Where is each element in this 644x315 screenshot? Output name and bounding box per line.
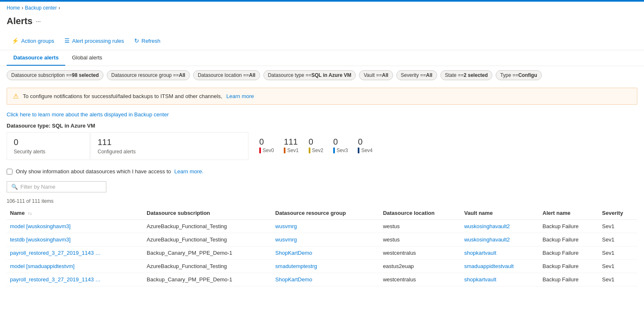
row-vault-link-2[interactable]: shopkartvault — [464, 250, 496, 256]
cell-vault-2: shopkartvault — [461, 246, 539, 260]
cell-location-3: eastus2euap — [380, 260, 461, 273]
filter-vault[interactable]: Vault == All — [359, 70, 393, 80]
row-vault-link-3[interactable]: smaduappidtestvault — [464, 263, 514, 269]
cell-resourcegroup-3: smadutemptestrg — [272, 260, 380, 273]
row-vault-link-0[interactable]: wuskosinghavault2 — [464, 223, 510, 229]
page-more-button[interactable]: ··· — [36, 18, 41, 25]
sev1-label: Sev1 — [284, 148, 298, 153]
sev0-dot — [259, 148, 261, 153]
alert-rules-icon: ☰ — [64, 37, 70, 44]
checkbox-row: Only show information about datasources … — [0, 165, 644, 178]
cell-severity-2: Sev1 — [599, 246, 637, 260]
refresh-label: Refresh — [142, 38, 161, 44]
cell-vault-1: wuskosinghavault2 — [461, 233, 539, 246]
filter-severity[interactable]: Severity == All — [396, 70, 437, 80]
row-name-link-0[interactable]: model [wuskosinghavm3] — [10, 223, 101, 229]
cell-location-2: westcentralus — [380, 246, 461, 260]
sev3-stat: 0 Sev3 — [333, 137, 348, 153]
filter-input-container: 🔍 — [7, 181, 106, 192]
sev4-label: Sev4 — [358, 148, 372, 153]
cell-subscription-0: AzureBackup_Functional_Testing — [143, 220, 272, 233]
col-resource-group: Datasource resource group — [272, 207, 380, 220]
cell-name-3: model [smaduappidtestvm] — [7, 260, 143, 273]
action-groups-label: Action groups — [21, 38, 54, 44]
row-rg-link-3[interactable]: smadutemptestrg — [275, 263, 317, 269]
access-checkbox[interactable] — [7, 169, 12, 175]
sev1-stat: 111 Sev1 — [284, 137, 298, 153]
sev4-stat: 0 Sev4 — [358, 137, 372, 153]
row-name-link-1[interactable]: testdb [wuskosinghavm3] — [10, 236, 101, 243]
refresh-button[interactable]: ↻ Refresh — [129, 35, 166, 47]
filter-by-name-input[interactable] — [20, 184, 102, 190]
action-groups-button[interactable]: ⚡ Action groups — [7, 35, 59, 47]
configured-alerts-stat[interactable]: 111 Configured alerts — [91, 132, 248, 160]
cell-subscription-2: Backup_Canary_PM_PPE_Demo-1 — [143, 246, 272, 260]
sev1-dot — [284, 148, 285, 153]
row-rg-link-4[interactable]: ShopKartDemo — [275, 276, 312, 283]
row-name-link-4[interactable]: payroll_restored_3_27_2019_1143 [s... — [10, 276, 101, 283]
tab-global-alerts[interactable]: Global alerts — [65, 50, 109, 66]
breadcrumb-home[interactable]: Home — [7, 5, 20, 11]
alerts-table: Name ↑↓ Datasource subscription Datasour… — [7, 207, 637, 286]
configured-alerts-number: 111 — [98, 138, 241, 147]
cell-location-4: westcentralus — [380, 273, 461, 286]
row-vault-link-4[interactable]: shopkartvault — [464, 276, 496, 283]
col-vault: Vault name — [461, 207, 539, 220]
checkbox-learn-more[interactable]: Learn more. — [175, 168, 204, 175]
notification-bar: ⚠ To configure notifications for success… — [7, 88, 637, 105]
breadcrumb-backup-center[interactable]: Backup center — [25, 5, 57, 11]
configured-alerts-label: Configured alerts — [98, 149, 241, 155]
filter-state[interactable]: State == 2 selected — [440, 70, 492, 80]
filter-alert-type[interactable]: Type == Configu — [496, 70, 542, 80]
cell-subscription-3: AzureBackup_Functional_Testing — [143, 260, 272, 273]
table-row: model [smaduappidtestvm] AzureBackup_Fun… — [7, 260, 637, 273]
tabs-container: Datasource alerts Global alerts — [0, 50, 644, 66]
breadcrumb-sep2: › — [59, 5, 60, 11]
filter-input-row: 🔍 — [0, 178, 644, 196]
name-sort-icon[interactable]: ↑↓ — [28, 211, 32, 216]
cell-alertname-0: Backup Failure — [539, 220, 599, 233]
cell-location-0: westus — [380, 220, 461, 233]
filter-resource-group[interactable]: Datasource resource group == All — [107, 70, 190, 80]
notification-learn-more[interactable]: Learn more — [226, 93, 254, 99]
filters-row: Datasource subscription == 98 selected D… — [0, 66, 644, 84]
table-header-row: Name ↑↓ Datasource subscription Datasour… — [7, 207, 637, 220]
col-location: Datasource location — [380, 207, 461, 220]
table-row: payroll_restored_3_27_2019_1143 [s... Ba… — [7, 273, 637, 286]
tab-datasource-alerts[interactable]: Datasource alerts — [7, 50, 65, 66]
sev2-dot — [309, 148, 310, 153]
cell-vault-0: wuskosinghavault2 — [461, 220, 539, 233]
alert-processing-rules-button[interactable]: ☰ Alert processing rules — [59, 35, 129, 47]
cell-subscription-4: Backup_Canary_PM_PPE_Demo-1 — [143, 273, 272, 286]
sev1-number: 111 — [284, 137, 297, 147]
security-alerts-stat: 0 Security alerts — [7, 132, 90, 160]
sev2-label: Sev2 — [309, 148, 323, 153]
col-name: Name ↑↓ — [7, 207, 143, 220]
row-vault-link-1[interactable]: wuskosinghavault2 — [464, 236, 510, 243]
severity-stats: 0 Sev0 111 Sev1 0 Sev2 0 Sev3 — [249, 132, 383, 158]
cell-resourcegroup-1: wusvmrg — [272, 233, 380, 246]
stats-row: 0 Security alerts 111 Configured alerts … — [0, 132, 644, 165]
filter-type[interactable]: Datasource type == SQL in Azure VM — [263, 70, 356, 80]
cell-alertname-4: Backup Failure — [539, 273, 599, 286]
filter-subscription[interactable]: Datasource subscription == 98 selected — [7, 70, 103, 80]
row-rg-link-1[interactable]: wusvmrg — [275, 236, 297, 243]
filter-location[interactable]: Datasource location == All — [193, 70, 260, 80]
cell-severity-3: Sev1 — [599, 260, 637, 273]
cell-name-0: model [wuskosinghavm3] — [7, 220, 143, 233]
row-name-link-3[interactable]: model [smaduappidtestvm] — [10, 263, 101, 269]
page-title: Alerts — [7, 16, 32, 27]
cell-alertname-3: Backup Failure — [539, 260, 599, 273]
cell-severity-0: Sev1 — [599, 220, 637, 233]
cell-name-4: payroll_restored_3_27_2019_1143 [s... — [7, 273, 143, 286]
row-name-link-2[interactable]: payroll_restored_3_27_2019_1143 [s... — [10, 250, 101, 256]
breadcrumb-sep1: › — [22, 5, 23, 11]
table-container: Name ↑↓ Datasource subscription Datasour… — [0, 207, 644, 286]
cell-location-1: westus — [380, 233, 461, 246]
page-header: Alerts ··· — [0, 14, 644, 32]
col-severity: Severity — [599, 207, 637, 220]
info-learn-more-link[interactable]: Click here to learn more about the alert… — [0, 108, 644, 121]
row-rg-link-0[interactable]: wusvmrg — [275, 223, 297, 229]
row-rg-link-2[interactable]: ShopKartDemo — [275, 250, 312, 256]
sev0-number: 0 — [259, 137, 264, 147]
